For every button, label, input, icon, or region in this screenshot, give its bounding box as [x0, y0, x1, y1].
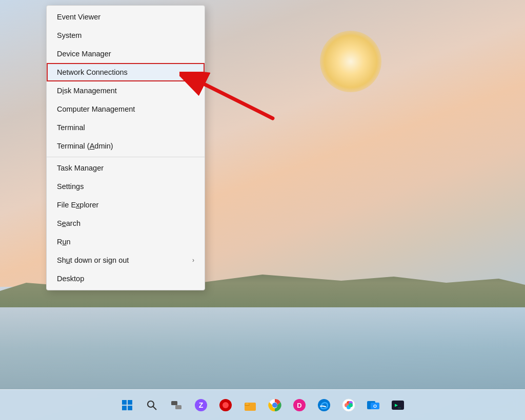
svg-line-7	[153, 406, 157, 410]
svg-point-13	[223, 402, 229, 408]
menu-item-terminal[interactable]: Terminal	[47, 118, 205, 137]
pink-app-button[interactable]: D	[288, 394, 311, 416]
zoom-button[interactable]: Z	[190, 394, 212, 416]
menu-item-computer-management[interactable]: Computer Management	[47, 100, 205, 118]
svg-rect-5	[128, 406, 132, 410]
menu-item-label: Terminal (Admin)	[57, 142, 113, 150]
menu-item-terminal-admin[interactable]: Terminal (Admin)	[47, 137, 205, 155]
svg-text:O: O	[373, 403, 377, 408]
red-app-button[interactable]	[214, 394, 237, 416]
menu-item-run[interactable]: Run	[47, 233, 205, 251]
svg-rect-8	[171, 401, 177, 405]
menu-item-event-viewer[interactable]: Event Viewer	[47, 8, 205, 26]
edge-button[interactable]	[313, 394, 335, 416]
svg-point-18	[273, 403, 277, 407]
chrome-button[interactable]	[264, 394, 286, 416]
outlook-button[interactable]: O	[362, 394, 385, 416]
menu-item-label: Device Manager	[57, 50, 111, 58]
menu-item-disk-management[interactable]: Disk Management	[47, 81, 205, 100]
search-button[interactable]	[140, 394, 163, 416]
terminal-button[interactable]: ▶_	[387, 394, 409, 416]
menu-item-label: Run	[57, 238, 71, 246]
svg-rect-9	[175, 405, 181, 409]
figma-button[interactable]	[337, 394, 360, 416]
menu-item-label: Desktop	[57, 275, 84, 283]
menu-item-label: Computer Management	[57, 105, 135, 113]
taskbar: Z D O ▶_	[0, 389, 525, 420]
menu-item-label: Network Connections	[57, 68, 128, 76]
menu-item-label: Settings	[57, 182, 84, 191]
svg-rect-2	[122, 400, 127, 405]
submenu-arrow-icon: ›	[192, 257, 194, 264]
svg-point-21	[318, 399, 330, 411]
menu-item-shut-down[interactable]: Shut down or sign out›	[47, 251, 205, 269]
menu-item-desktop[interactable]: Desktop	[47, 269, 205, 288]
task-view-button[interactable]	[165, 394, 188, 416]
desktop: Event ViewerSystemDevice ManagerNetwork …	[0, 0, 525, 420]
menu-item-device-manager[interactable]: Device Manager	[47, 45, 205, 63]
file-explorer-button[interactable]	[239, 394, 261, 416]
menu-item-label: Event Viewer	[57, 13, 100, 21]
menu-item-settings[interactable]: Settings	[47, 177, 205, 196]
svg-text:▶_: ▶_	[395, 402, 401, 408]
svg-rect-3	[128, 400, 132, 405]
svg-line-1	[198, 81, 272, 118]
menu-item-label: File Explorer	[57, 201, 98, 209]
svg-text:D: D	[297, 402, 301, 409]
menu-item-label: Shut down or sign out	[57, 256, 129, 264]
menu-item-task-manager[interactable]: Task Manager	[47, 159, 205, 177]
start-button[interactable]	[116, 394, 138, 416]
menu-item-file-explorer[interactable]: File Explorer	[47, 196, 205, 214]
menu-item-label: Disk Management	[57, 87, 117, 95]
svg-point-27	[349, 403, 353, 407]
menu-item-label: Task Manager	[57, 164, 104, 172]
menu-separator	[47, 157, 205, 157]
svg-point-6	[148, 401, 154, 407]
menu-item-search[interactable]: Search	[47, 214, 205, 233]
menu-item-label: System	[57, 31, 82, 39]
menu-item-label: Terminal	[57, 123, 85, 132]
menu-item-system[interactable]: System	[47, 26, 205, 45]
menu-item-label: Search	[57, 219, 80, 227]
menu-item-network-connections[interactable]: Network Connections	[47, 63, 205, 81]
svg-rect-4	[122, 406, 127, 410]
context-menu: Event ViewerSystemDevice ManagerNetwork …	[46, 5, 205, 290]
svg-text:Z: Z	[199, 401, 204, 409]
